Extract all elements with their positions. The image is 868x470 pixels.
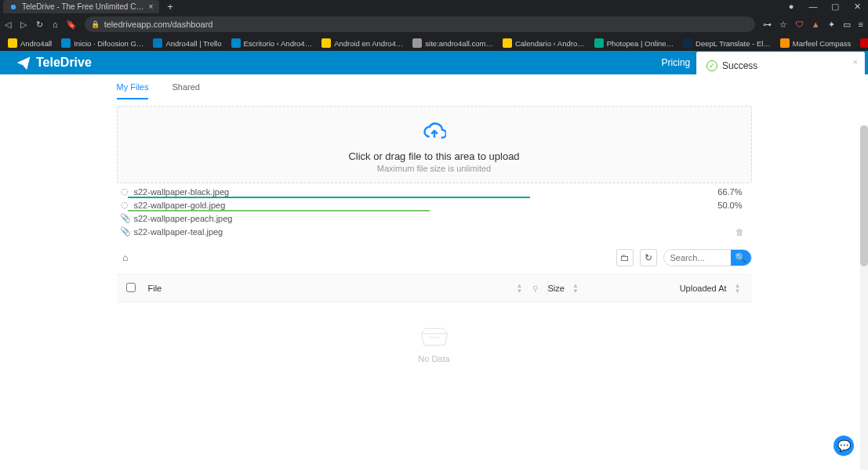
bookmark-item[interactable]: Inicio · Difoosion G… [58,37,147,49]
bookmark-item[interactable]: Andro4all [5,37,55,49]
menu-icon[interactable]: ≡ [859,20,863,29]
tab-title: TeleDrive - The Free Unlimited C… [22,2,143,11]
upload-file-list: ◌ s22-wallpaper-black.jpeg66.7% ◌ s22-wa… [117,185,752,238]
bookmark-label: Andro4all [20,39,52,48]
empty-text: No Data [117,354,752,363]
bookmark-favicon [683,38,692,48]
bookmarks-bar: Andro4allInicio · Difoosion G…Andro4all … [0,35,868,51]
tab-shared[interactable]: Shared [172,82,199,99]
upload-file-name: s22-wallpaper-teal.jpeg [134,227,223,237]
maximize-button[interactable]: ▢ [824,0,846,13]
bookmark-favicon [231,38,241,48]
brand-logo[interactable]: TeleDrive [16,55,92,70]
column-size[interactable]: Size [548,284,565,293]
bookmark-favicon [61,38,71,48]
scrollbar[interactable] [860,125,868,470]
bookmark-item[interactable]: Android en Andro4… [318,37,406,49]
reader-icon[interactable]: ▭ [843,20,851,30]
bookmark-label: Android en Andro4… [334,39,403,48]
extensions-icon[interactable]: ✦ [828,20,835,30]
browser-nav-bar: ◁ ▷ ↻ ⌂ 🔖 🔒 teledriveapp.com/dashboard ⊶… [0,13,868,35]
toast-title: Success [722,60,757,71]
bookmark-favicon [594,38,604,48]
bookmark-item[interactable]: Escritorio ‹ Andro4… [228,37,316,49]
chat-icon: 💬 [837,439,851,452]
bookmark-item[interactable]: Marfeel Compass [777,37,854,49]
sort-uploaded-icon[interactable]: ▲▼ [735,283,741,294]
scrollbar-thumb[interactable] [860,125,868,266]
back-button[interactable]: ◁ [5,20,11,30]
address-bar[interactable]: 🔒 teledriveapp.com/dashboard [85,16,755,32]
tab-close-icon[interactable]: × [148,2,153,11]
upload-file-name: s22-wallpaper-peach.jpeg [134,214,233,223]
shield-icon[interactable]: 🛡 [795,20,804,29]
bookmark-item[interactable]: Photopea | Online… [591,37,677,49]
bookmark-item[interactable]: site:andro4all.com… [409,37,496,49]
bookmark-label: DeepL Translate - El… [695,39,771,48]
minimize-button[interactable]: — [802,0,824,13]
help-fab[interactable]: 💬 [833,436,854,456]
file-toolbar: ⌂ 🗀 ↻ 🔍 [117,249,752,266]
window-title-bar: TeleDrive - The Free Unlimited C… × + ● … [0,0,868,13]
key-icon[interactable]: ⊶ [763,20,772,30]
bookmark-favicon [321,38,331,48]
paperclip-icon: 📎 [120,226,129,237]
lock-icon: 🔒 [91,20,100,28]
window-controls: ● — ▢ ✕ [780,0,868,13]
refresh-button[interactable]: ↻ [640,249,657,266]
paper-plane-icon [16,55,31,70]
address-text: teledriveapp.com/dashboard [104,20,213,29]
warning-icon[interactable]: ▲ [812,20,820,29]
new-tab-button[interactable]: + [162,1,178,13]
breadcrumb-home-icon[interactable]: ⌂ [117,249,134,266]
cloud-upload-icon [118,119,751,146]
spinner-icon: ◌ [120,186,129,197]
close-window-button[interactable]: ✕ [846,0,868,13]
sort-file-icon[interactable]: ▲▼ [517,283,523,294]
home-button[interactable]: ⌂ [53,20,58,30]
upload-file-row: 📎 s22-wallpaper-teal.jpeg🗑 [117,225,752,238]
search-button[interactable]: 🔍 [731,250,751,266]
column-uploaded[interactable]: Uploaded At [680,284,727,293]
bookmark-item[interactable]: DeepL Translate - El… [680,37,774,49]
bookmark-favicon [412,38,422,48]
search-input[interactable] [664,250,731,266]
bookmark-item[interactable]: Andro4all | Trello [150,37,224,49]
new-folder-button[interactable]: 🗀 [616,249,634,266]
toast-close-icon[interactable]: × [853,57,858,67]
bookmark-item[interactable]: (550) Salida Princip… [857,37,868,49]
star-icon[interactable]: ☆ [779,20,787,30]
bookmark-label: Calendario ‹ Andro… [515,39,585,48]
bookmark-label: site:andro4all.com… [425,39,493,48]
reload-button[interactable]: ↻ [36,20,43,30]
bookmark-page-icon[interactable]: 🔖 [66,20,77,30]
browser-tab[interactable]: TeleDrive - The Free Unlimited C… × [3,0,159,13]
bookmark-label: Marfeel Compass [793,39,851,48]
file-tabs: My Files Shared [117,74,752,99]
bookmark-item[interactable]: Calendario ‹ Andro… [499,37,588,49]
page-content: My Files Shared Click or drag file to th… [0,74,868,470]
select-all-checkbox[interactable] [126,283,136,292]
brand-text: TeleDrive [36,56,92,70]
empty-state: No Data [117,302,752,387]
column-file[interactable]: File [148,284,162,293]
paperclip-icon: 📎 [120,213,129,223]
delete-file-icon[interactable]: 🗑 [735,227,749,237]
upload-file-row: 📎 s22-wallpaper-peach.jpeg [117,212,752,225]
upload-file-name: s22-wallpaper-gold.jpeg [134,201,226,210]
bookmark-favicon [503,38,512,48]
bookmark-label: Inicio · Difoosion G… [74,39,143,48]
forward-button[interactable]: ▷ [20,20,27,30]
bookmark-favicon [780,38,790,48]
upload-progress-pct: 50.0% [717,201,748,210]
filter-file-icon[interactable]: ⚲ [532,284,538,293]
tab-my-files[interactable]: My Files [117,82,149,99]
upload-progress-pct: 66.7% [717,187,748,197]
sort-size-icon[interactable]: ▲▼ [572,283,579,294]
record-indicator-icon[interactable]: ● [780,0,802,13]
table-header: File ▲▼ ⚲ Size ▲▼ Uploaded At ▲▼ [117,274,752,302]
nav-pricing[interactable]: Pricing [662,57,691,68]
upload-dropzone[interactable]: Click or drag file to this area to uploa… [117,106,752,183]
empty-illustration [117,326,752,349]
search-field[interactable]: 🔍 [663,249,752,266]
